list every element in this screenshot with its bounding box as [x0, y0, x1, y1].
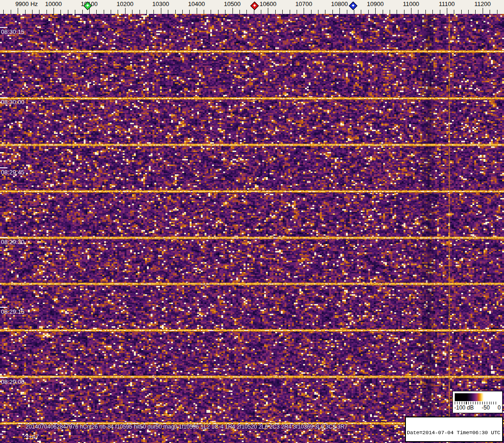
- minor-tick: [218, 10, 219, 14]
- minor-tick: [261, 10, 261, 14]
- freq-tick-label: 10900: [367, 0, 384, 7]
- colorbar-labels: -100 dB -50 0: [453, 404, 502, 411]
- freq-tick-label: 10700: [295, 0, 312, 7]
- minor-tick: [32, 10, 33, 14]
- minor-tick: [318, 10, 318, 14]
- green-marker-dot: [86, 4, 89, 7]
- minor-tick: [454, 10, 454, 14]
- spectrogram-app: 9900 Hz100001010010200103001040010500106…: [0, 0, 504, 443]
- minor-tick: [104, 10, 104, 14]
- minor-tick: [118, 10, 118, 14]
- minor-tick: [397, 10, 397, 14]
- freq-tick-label: 11100: [439, 0, 455, 7]
- freq-tick-label: 11200: [474, 0, 491, 7]
- time-tick-label: 08:29:15: [1, 308, 25, 315]
- info-box: Date=2014-07-04 Time=06:30 UTC Freq=143 …: [405, 417, 503, 442]
- minor-tick: [75, 10, 75, 14]
- blue-marker-dot: [352, 4, 355, 7]
- minor-tick: [332, 10, 333, 14]
- minor-tick: [440, 10, 440, 14]
- minor-tick: [418, 10, 418, 14]
- minor-tick: [275, 10, 276, 14]
- minor-tick: [132, 10, 133, 14]
- minor-tick: [189, 10, 190, 14]
- minor-tick: [175, 10, 176, 14]
- minor-tick: [146, 10, 147, 14]
- major-tick: [197, 8, 197, 14]
- colorbar-gradient: [455, 393, 498, 401]
- minor-tick: [497, 10, 497, 14]
- time-tick-label: 08:29:30: [1, 238, 25, 245]
- minor-tick: [368, 10, 369, 14]
- colorbar-label-mid: -50: [482, 405, 490, 411]
- minor-tick: [96, 10, 97, 14]
- colorbar-label-min: -100 dB: [454, 405, 474, 411]
- freq-tick-label: 10200: [117, 0, 133, 7]
- freq-tick-label: 9900 Hz: [15, 0, 38, 7]
- major-tick: [375, 8, 376, 14]
- minor-tick: [11, 10, 11, 14]
- minor-tick: [425, 10, 426, 14]
- frequency-ruler: 9900 Hz100001010010200103001040010500106…: [0, 0, 504, 14]
- info-line-date: Date=2014-07-04 Time=06:30 UTC: [407, 430, 501, 436]
- freq-tick-label: 10400: [188, 0, 205, 7]
- colorbar-label-max: 0: [497, 405, 501, 411]
- minor-tick: [25, 10, 26, 14]
- minor-tick: [111, 10, 111, 14]
- major-tick: [125, 8, 126, 14]
- minor-tick: [239, 10, 240, 14]
- minor-tick: [475, 10, 476, 14]
- minor-tick: [282, 10, 283, 14]
- minor-tick: [311, 10, 312, 14]
- major-tick: [89, 8, 90, 14]
- freq-tick-label: 10800: [331, 0, 348, 7]
- freq-tick-label: 10500: [224, 0, 240, 7]
- minor-tick: [254, 10, 254, 14]
- minor-tick: [68, 10, 68, 14]
- minor-tick: [383, 10, 383, 14]
- freq-tick-label: 10300: [153, 0, 169, 7]
- minor-tick: [354, 10, 354, 14]
- blue-marker[interactable]: [349, 1, 357, 10]
- major-tick: [304, 8, 304, 14]
- major-tick: [268, 8, 268, 14]
- minor-tick: [461, 10, 462, 14]
- minor-tick: [297, 10, 297, 14]
- minor-tick: [60, 10, 61, 14]
- major-tick: [18, 8, 18, 14]
- spectrogram-canvas: [0, 0, 504, 443]
- time-tick-label: 08:30:15: [1, 28, 25, 35]
- status-annotation: ^t+47: [24, 433, 39, 440]
- detection-annotation: 20140704062847976 hCnt26 nb-84 f10595 hi…: [26, 423, 348, 430]
- colorbar: -100 dB -50 0: [452, 391, 503, 413]
- minor-tick: [490, 10, 490, 14]
- minor-tick: [361, 10, 361, 14]
- minor-tick: [468, 10, 469, 14]
- minor-tick: [404, 10, 405, 14]
- minor-tick: [39, 10, 40, 14]
- minor-tick: [139, 10, 140, 14]
- minor-tick: [204, 10, 204, 14]
- minor-tick: [225, 10, 225, 14]
- minor-tick: [82, 10, 83, 14]
- time-tick-label: 08:29:45: [1, 169, 25, 176]
- major-tick: [161, 8, 161, 14]
- red-marker[interactable]: [251, 1, 259, 10]
- major-tick: [232, 8, 233, 14]
- major-tick: [483, 8, 483, 14]
- minor-tick: [290, 10, 290, 14]
- red-marker-dot: [253, 4, 256, 7]
- minor-tick: [168, 10, 168, 14]
- minor-tick: [390, 10, 390, 14]
- minor-tick: [432, 10, 433, 14]
- freq-tick-label: 10000: [45, 0, 62, 7]
- minor-tick: [347, 10, 347, 14]
- major-tick: [447, 8, 447, 14]
- minor-tick: [182, 10, 183, 14]
- freq-tick-label: 10600: [259, 0, 276, 7]
- major-tick: [339, 8, 340, 14]
- minor-tick: [211, 10, 211, 14]
- minor-tick: [3, 10, 4, 14]
- major-tick: [53, 8, 54, 14]
- major-tick: [411, 8, 411, 14]
